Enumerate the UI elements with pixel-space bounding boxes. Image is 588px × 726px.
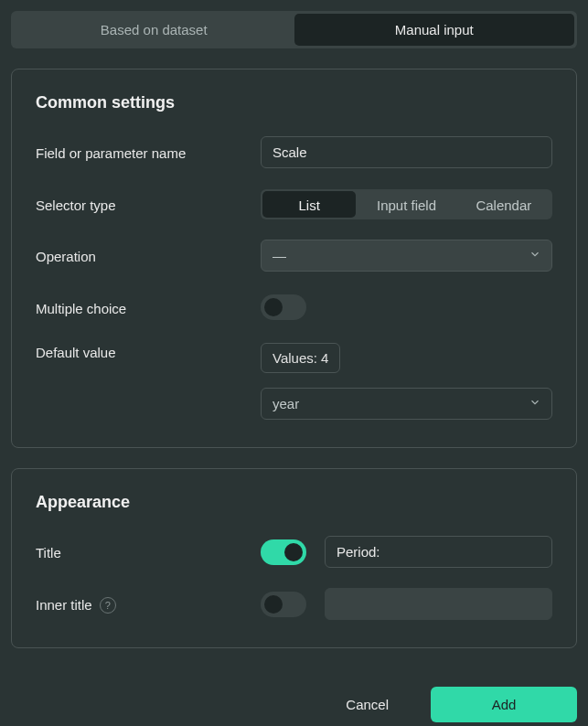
operation-value: — <box>273 248 286 263</box>
appearance-title: Appearance <box>36 493 552 512</box>
inner-title-label: Inner title <box>36 597 92 613</box>
field-name-label: Field or parameter name <box>36 145 186 161</box>
selector-type-segmented: List Input field Calendar <box>261 189 552 219</box>
appearance-panel: Appearance Title Inner title ? <box>11 468 577 648</box>
inner-title-input <box>325 588 552 620</box>
default-value-select[interactable]: year <box>261 388 552 420</box>
title-toggle[interactable] <box>261 539 306 565</box>
source-tab-bar: Based on dataset Manual input <box>11 11 577 48</box>
tab-manual-input[interactable]: Manual input <box>294 14 575 46</box>
dialog-footer: Cancel Add <box>11 687 577 722</box>
inner-title-toggle[interactable] <box>261 592 306 617</box>
title-input[interactable] <box>325 536 552 568</box>
field-name-input[interactable] <box>261 136 552 168</box>
default-values-chip[interactable]: Values: 4 <box>261 343 340 373</box>
operation-label: Operation <box>36 249 96 264</box>
selector-type-calendar[interactable]: Calendar <box>457 191 551 218</box>
selector-type-list[interactable]: List <box>262 191 356 218</box>
help-icon[interactable]: ? <box>100 597 116 614</box>
default-value-label: Default value <box>36 345 116 360</box>
multiple-choice-label: Multiple choice <box>36 301 126 316</box>
selector-type-label: Selector type <box>36 198 116 213</box>
common-settings-title: Common settings <box>36 93 552 112</box>
default-value-selected: year <box>273 396 299 411</box>
selector-type-input-field[interactable]: Input field <box>359 191 453 218</box>
tab-based-on-dataset[interactable]: Based on dataset <box>14 14 294 46</box>
operation-select[interactable]: — <box>261 240 552 272</box>
cancel-button[interactable]: Cancel <box>331 688 403 721</box>
title-label: Title <box>36 545 61 561</box>
common-settings-panel: Common settings Field or parameter name … <box>11 69 577 448</box>
multiple-choice-toggle[interactable] <box>261 294 306 320</box>
add-button[interactable]: Add <box>431 687 577 722</box>
